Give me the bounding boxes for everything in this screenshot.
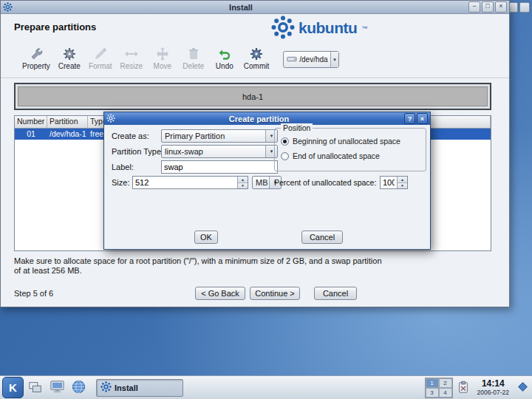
help-button[interactable]: ? — [404, 113, 415, 124]
window-app-icon — [3, 2, 13, 12]
disk-visual-bar[interactable]: hda-1 — [14, 83, 491, 110]
step-label: Step 5 of 6 — [14, 289, 53, 298]
chevron-down-icon[interactable]: ▼ — [330, 52, 339, 67]
pager-desktop-2[interactable]: 2 — [439, 378, 452, 388]
maximize-button[interactable]: □ — [482, 1, 494, 13]
kubuntu-logo: kubuntu ™ — [271, 16, 367, 41]
toolbar-resize: Resize — [116, 45, 147, 72]
clipboard-icon — [457, 381, 470, 395]
toolbar-move: Move — [147, 45, 178, 72]
size-input[interactable] — [133, 177, 237, 188]
page-title: Prepare partitions — [14, 21, 96, 33]
pager-desktop-3[interactable]: 3 — [426, 388, 439, 398]
spin-up-icon[interactable]: ▲ — [238, 177, 248, 183]
toolbar: Property Create Format Resize Move Delet… — [18, 45, 502, 72]
percent-spinbox[interactable]: ▲ ▼ — [380, 176, 408, 189]
percent-input[interactable] — [381, 177, 397, 188]
cell-partition: /dev/hda-1 — [47, 129, 88, 140]
task-button-label: Install — [115, 383, 138, 392]
clock[interactable]: 14:14 2006-07-22 — [477, 379, 509, 397]
close-button[interactable]: × — [495, 1, 507, 13]
go-back-button[interactable]: < Go Back — [195, 287, 245, 300]
dialog-close-button[interactable]: × — [417, 113, 428, 124]
spin-down-icon[interactable]: ▼ — [238, 183, 248, 189]
monitor-icon — [50, 379, 65, 396]
dialog-titlebar[interactable]: Create partition ? × — [104, 112, 430, 125]
size-spinbox[interactable]: ▲ ▼ — [132, 176, 248, 189]
label-input[interactable] — [161, 160, 278, 174]
column-header-partition[interactable]: Partition — [47, 116, 88, 129]
toolbar-property[interactable]: Property — [18, 45, 54, 72]
spin-up-icon[interactable]: ▲ — [398, 177, 407, 183]
wrench-icon — [29, 47, 44, 61]
system-button[interactable] — [47, 378, 66, 398]
web-browser-button[interactable] — [69, 378, 88, 398]
k-menu-button[interactable]: K — [2, 377, 24, 398]
hard-drive-icon — [287, 54, 297, 66]
spin-down-icon[interactable]: ▼ — [398, 183, 407, 189]
note-line-1: Make sure to allocate space for a root p… — [14, 256, 494, 266]
radio-beginning-label: Beginning of unallocated space — [293, 137, 400, 146]
partition-type-value: linux-swap — [165, 147, 203, 156]
label-field-label: Label: — [112, 163, 134, 171]
desktop-pager: 1 2 3 4 — [425, 378, 453, 398]
toolbar-format: Format — [85, 45, 116, 72]
create-as-value: Primary Partition — [165, 132, 225, 140]
column-header-number[interactable]: Number — [15, 116, 47, 129]
size-label: Size: — [112, 178, 129, 187]
windows-icon — [28, 380, 43, 396]
partition-type-label: Partition Type: — [112, 147, 163, 156]
toolbar-create[interactable]: Create — [54, 45, 85, 72]
install-task-icon — [100, 381, 112, 394]
tray-icon[interactable] — [515, 381, 530, 395]
background-window-button[interactable] — [519, 2, 530, 13]
toolbar-resize-label: Resize — [120, 62, 143, 70]
disk-segment[interactable]: hda-1 — [18, 86, 488, 106]
toolbar-format-label: Format — [89, 62, 112, 70]
cancel-button[interactable]: Cancel — [314, 287, 357, 300]
note-line-2: of at least 256 MB. — [14, 266, 494, 276]
task-button-install[interactable]: Install — [96, 379, 183, 397]
radio-beginning-of-space[interactable]: Beginning of unallocated space — [281, 137, 400, 146]
toolbar-property-label: Property — [22, 62, 50, 70]
minimize-button[interactable]: − — [468, 1, 480, 13]
toolbar-undo-label: Undo — [216, 62, 233, 70]
device-selector-value: /dev/hda — [299, 55, 327, 64]
cell-number: 01 — [15, 129, 47, 140]
radio-end-of-space[interactable]: End of unallocated space — [281, 151, 380, 160]
continue-button[interactable]: Continue > — [250, 287, 300, 300]
toolbar-create-label: Create — [58, 62, 81, 70]
partition-type-combobox[interactable]: linux-swap ▼ — [161, 145, 278, 158]
background-window-controls — [508, 2, 530, 13]
radio-unselected-icon — [281, 152, 289, 160]
install-window-titlebar[interactable]: Install − □ × — [1, 1, 509, 14]
pager-desktop-4[interactable]: 4 — [439, 388, 452, 398]
create-as-combobox[interactable]: Primary Partition ▼ — [161, 129, 278, 143]
percent-label: Percent of unallocated space: — [274, 178, 376, 187]
toolbar-undo[interactable]: Undo — [209, 45, 240, 72]
position-groupbox: Position Beginning of unallocated space … — [274, 128, 426, 171]
dialog-cancel-button[interactable]: Cancel — [301, 231, 343, 244]
globe-icon — [71, 379, 86, 396]
trash-icon — [186, 47, 201, 61]
gear-icon — [249, 47, 264, 61]
radio-end-label: End of unallocated space — [293, 151, 380, 160]
resize-arrows-icon — [124, 47, 139, 61]
show-desktop-button[interactable] — [26, 378, 45, 398]
dialog-title: Create partition — [115, 115, 403, 123]
kubuntu-gear-icon — [271, 16, 295, 41]
ok-button[interactable]: OK — [194, 231, 218, 244]
dialog-icon — [106, 114, 115, 124]
device-selector[interactable]: /dev/hda ▼ — [283, 51, 339, 68]
taskbar: K Install 1 2 3 4 14:14 2006-07- — [0, 375, 532, 399]
toolbar-separator — [1, 78, 509, 79]
pencil-icon — [93, 47, 108, 61]
note-text: Make sure to allocate space for a root p… — [14, 256, 494, 276]
toolbar-commit[interactable]: Commit — [240, 45, 273, 72]
k-menu-letter: K — [9, 381, 17, 394]
klipper-tray-icon[interactable] — [455, 380, 471, 396]
size-unit-value: MB — [256, 178, 268, 187]
pager-desktop-1[interactable]: 1 — [426, 378, 439, 388]
window-title: Install — [15, 3, 467, 12]
radio-selected-icon — [281, 137, 289, 146]
